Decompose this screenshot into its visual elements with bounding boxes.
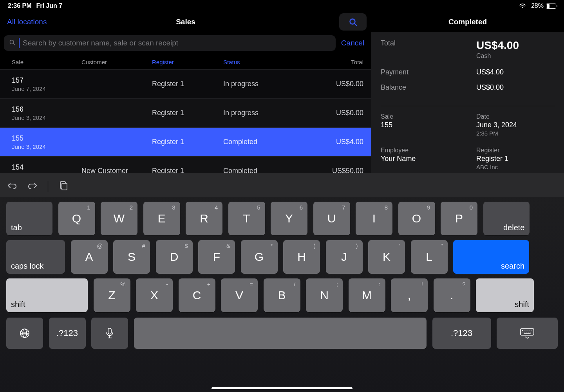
status-time: 2:36 PM xyxy=(8,2,31,9)
svg-line-3 xyxy=(13,43,15,45)
date-value: June 3, 2024 xyxy=(476,121,555,129)
key-h[interactable]: (H xyxy=(283,240,320,274)
key-capslock[interactable]: caps lock xyxy=(6,240,65,274)
clipboard-icon[interactable] xyxy=(58,181,69,192)
key-x[interactable]: -X xyxy=(136,278,173,312)
app: All locations Sales xyxy=(0,12,564,196)
status-right: 28% xyxy=(519,2,556,9)
key-f[interactable]: &F xyxy=(198,240,235,274)
key-.[interactable]: ?. xyxy=(434,278,470,312)
svg-rect-12 xyxy=(521,329,534,335)
keyboard-icon xyxy=(520,328,535,339)
search-row: Cancel xyxy=(0,32,371,55)
battery-pct: 28% xyxy=(531,2,544,9)
wifi-icon xyxy=(519,3,526,9)
table-row[interactable]: 156June 3, 2024Register 1In progressUS$0… xyxy=(0,99,371,128)
total: US$0.00 xyxy=(302,109,363,117)
key-,[interactable]: !, xyxy=(391,278,428,312)
key-mode-left[interactable]: .?123 xyxy=(49,318,86,349)
key-g[interactable]: *G xyxy=(241,240,278,274)
key-a[interactable]: @A xyxy=(71,240,108,274)
payment-value: US$4.00 xyxy=(476,68,504,76)
key-m[interactable]: :M xyxy=(349,278,385,312)
sale-number: 156 xyxy=(12,105,81,114)
key-w[interactable]: 2W xyxy=(101,202,137,235)
back-button[interactable]: All locations xyxy=(7,18,126,26)
key-e[interactable]: 3E xyxy=(143,202,180,235)
key-shift-right[interactable]: shift xyxy=(476,278,534,312)
key-k[interactable]: 'K xyxy=(368,240,405,274)
search-icon xyxy=(9,39,16,47)
key-v[interactable]: =V xyxy=(221,278,258,312)
date-time: 2:35 PM xyxy=(476,130,555,137)
keyboard: tab 1Q2W3E4R5T6Y7U8I9O0Pdelete caps lock… xyxy=(0,173,564,392)
keyboard-row-2: caps lock @A#S$D&F*G(H)J'K"Lsearch xyxy=(0,240,564,274)
detail-pane: Completed Total US$4.00 Cash Payment US$… xyxy=(371,12,564,196)
key-p[interactable]: 0P xyxy=(441,202,477,235)
key-mode-right[interactable]: .?123 xyxy=(432,318,491,349)
status: Completed xyxy=(223,138,302,146)
key-space[interactable] xyxy=(134,318,427,349)
key-tab[interactable]: tab xyxy=(6,202,52,235)
total-method: Cash xyxy=(476,52,519,60)
total-value: US$4.00 xyxy=(476,39,519,52)
key-s[interactable]: #S xyxy=(113,240,150,274)
search-field[interactable] xyxy=(4,35,336,51)
sale-number: 155 xyxy=(12,134,81,143)
home-indicator[interactable] xyxy=(212,387,352,389)
search-input[interactable] xyxy=(23,39,331,47)
key-c[interactable]: +C xyxy=(179,278,215,312)
keyboard-row-3: shift %Z-X+C=V/B;N:M!,?.shift xyxy=(0,278,564,312)
key-n[interactable]: ;N xyxy=(306,278,343,312)
register: Register 1 xyxy=(152,138,223,146)
sale-date: June 3, 2024 xyxy=(12,143,81,150)
key-z[interactable]: %Z xyxy=(94,278,130,312)
status-bar: 2:36 PM Fri Jun 7 28% xyxy=(0,0,564,12)
employee-value: Your Name xyxy=(381,155,476,163)
table-row[interactable]: 155June 3, 2024Register 1CompletedUS$4.0… xyxy=(0,128,371,157)
key-u[interactable]: 7U xyxy=(313,202,350,235)
col-register[interactable]: Register xyxy=(152,59,223,65)
key-globe[interactable] xyxy=(6,318,43,349)
keyboard-row-4: .?123 .?123 xyxy=(0,318,564,349)
key-search[interactable]: search xyxy=(453,240,529,274)
col-status[interactable]: Status xyxy=(223,59,302,65)
key-o[interactable]: 9O xyxy=(398,202,435,235)
key-mic[interactable] xyxy=(91,318,128,349)
key-y[interactable]: 6Y xyxy=(271,202,307,235)
mic-icon xyxy=(105,327,114,339)
key-l[interactable]: "L xyxy=(411,240,448,274)
key-delete[interactable]: delete xyxy=(483,202,530,235)
sale-date: June 3, 2024 xyxy=(12,114,81,121)
key-t[interactable]: 5T xyxy=(228,202,265,235)
search-button[interactable] xyxy=(339,13,367,31)
globe-icon xyxy=(19,328,30,339)
employee-label: Employee xyxy=(381,147,476,154)
status: In progress xyxy=(223,109,302,117)
nav-bar: All locations Sales xyxy=(0,12,371,32)
col-total: Total xyxy=(302,59,363,65)
redo-icon[interactable] xyxy=(27,181,38,191)
sale-label: Sale xyxy=(381,113,476,120)
register-value: Register 1 xyxy=(476,155,555,163)
register-label: Register xyxy=(476,147,555,154)
left-pane: All locations Sales xyxy=(0,12,371,196)
key-q[interactable]: 1Q xyxy=(58,202,95,235)
table-row[interactable]: 157June 7, 2024Register 1In progressUS$0… xyxy=(0,70,371,99)
key-dismiss[interactable] xyxy=(497,318,558,349)
sale-number: 157 xyxy=(12,76,81,85)
key-shift-left[interactable]: shift xyxy=(6,278,88,312)
key-j[interactable]: )J xyxy=(326,240,363,274)
cancel-button[interactable]: Cancel xyxy=(341,39,364,47)
keyboard-row-1: tab 1Q2W3E4R5T6Y7U8I9O0Pdelete xyxy=(0,202,564,235)
key-b[interactable]: /B xyxy=(264,278,300,312)
key-i[interactable]: 8I xyxy=(356,202,392,235)
register: Register 1 xyxy=(152,80,223,88)
undo-icon[interactable] xyxy=(7,181,18,191)
status-date: Fri Jun 7 xyxy=(36,2,62,9)
status: In progress xyxy=(223,80,302,88)
key-d[interactable]: $D xyxy=(156,240,193,274)
key-r[interactable]: 4R xyxy=(186,202,222,235)
sale-value: 155 xyxy=(381,121,476,129)
date-label: Date xyxy=(476,113,555,120)
